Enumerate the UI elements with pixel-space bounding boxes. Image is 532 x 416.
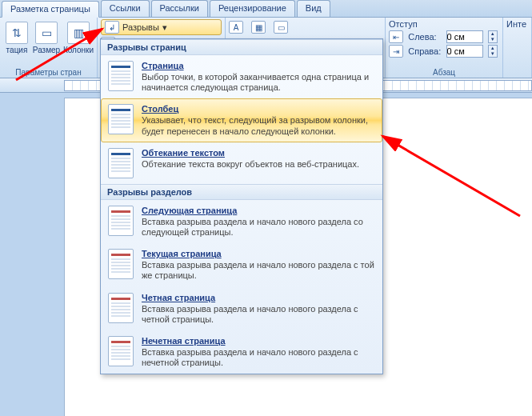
columns-button[interactable]: ▥ Колонки bbox=[62, 19, 94, 57]
indent-right-input[interactable] bbox=[446, 45, 483, 58]
orientation-label: тация bbox=[6, 46, 28, 54]
ribbon-tabs: Разметка страницы Ссылки Рассылки Реценз… bbox=[0, 0, 532, 18]
break-item-title: Обтекание текстом bbox=[142, 148, 375, 158]
page-break-icon bbox=[108, 61, 134, 91]
break-item-column[interactable]: Столбец Указывает, что текст, следующий … bbox=[101, 98, 382, 142]
break-item-desc: Вставка разрыва раздела и начало нового … bbox=[142, 347, 375, 368]
indent-left-label: Слева: bbox=[408, 32, 442, 42]
page-borders-icon[interactable]: ▭ bbox=[274, 21, 288, 34]
break-item-desc: Вставка разрыва раздела и начало нового … bbox=[142, 217, 375, 238]
break-item-title: Следующая страница bbox=[142, 206, 375, 215]
columns-label: Колонки bbox=[63, 46, 94, 54]
breaks-dropdown: Разрывы страниц Страница Выбор точки, в … bbox=[100, 38, 383, 374]
tab-page-layout[interactable]: Разметка страницы bbox=[2, 1, 99, 18]
break-item-title: Текущая страница bbox=[142, 249, 375, 258]
textwrap-break-icon bbox=[108, 148, 134, 178]
watermark-icon[interactable]: A bbox=[229, 21, 243, 34]
break-item-title: Четная страница bbox=[142, 293, 375, 302]
break-item-title: Страница bbox=[142, 61, 375, 70]
odd-page-break-icon bbox=[108, 336, 134, 366]
page-color-icon[interactable]: ▦ bbox=[251, 21, 266, 34]
break-item-desc: Вставка разрыва раздела и начало нового … bbox=[142, 304, 375, 325]
tab-mailings[interactable]: Рассылки bbox=[151, 0, 208, 17]
tab-view[interactable]: Вид bbox=[297, 0, 330, 17]
break-item-even-page[interactable]: Четная страница Вставка разрыва раздела … bbox=[101, 287, 382, 330]
size-button[interactable]: ▭ Размер bbox=[30, 19, 62, 57]
tab-review[interactable]: Рецензирование bbox=[210, 0, 295, 17]
break-item-textwrap[interactable]: Обтекание текстом Обтекание текста вокру… bbox=[101, 142, 382, 184]
break-item-next-page[interactable]: Следующая страница Вставка разрыва разде… bbox=[101, 200, 382, 243]
continuous-break-icon bbox=[108, 249, 134, 279]
orientation-icon: ⇅ bbox=[6, 22, 28, 44]
indent-header: Отступ bbox=[389, 19, 499, 29]
break-item-title: Столбец bbox=[142, 104, 375, 114]
break-item-title: Нечетная страница bbox=[142, 336, 375, 346]
break-item-continuous[interactable]: Текущая страница Вставка разрыва раздела… bbox=[101, 243, 382, 286]
break-item-desc: Вставка разрыва раздела и начало нового … bbox=[142, 260, 375, 281]
indent-left-spinner[interactable]: ▲▼ bbox=[488, 30, 498, 43]
breaks-button[interactable]: ↲ Разрывы ▾ bbox=[101, 19, 222, 35]
size-icon: ▭ bbox=[35, 22, 58, 44]
chevron-down-icon: ▾ bbox=[162, 22, 167, 33]
even-page-break-icon bbox=[108, 293, 134, 323]
indent-left-icon: ⇤ bbox=[389, 30, 403, 43]
section-header-section-breaks: Разрывы разделов bbox=[101, 184, 382, 200]
orientation-button[interactable]: ⇅ тация bbox=[3, 19, 30, 57]
section-header-page-breaks: Разрывы страниц bbox=[101, 39, 382, 55]
break-item-page[interactable]: Страница Выбор точки, в которой заканчив… bbox=[101, 55, 382, 98]
tab-references[interactable]: Ссылки bbox=[101, 0, 150, 17]
paragraph-group-label: Абзац bbox=[389, 67, 499, 78]
spacing-header: Инте bbox=[506, 19, 528, 29]
column-break-icon bbox=[108, 104, 134, 134]
break-item-odd-page[interactable]: Нечетная страница Вставка разрыва раздел… bbox=[101, 330, 382, 374]
breaks-label: Разрывы bbox=[122, 22, 159, 32]
indent-left-input[interactable] bbox=[446, 30, 483, 43]
break-item-desc: Выбор точки, в которой заканчивается одн… bbox=[142, 72, 375, 93]
indent-right-icon: ⇥ bbox=[389, 45, 403, 58]
break-item-desc: Обтекание текста вокруг объектов на веб-… bbox=[142, 159, 375, 170]
columns-icon: ▥ bbox=[67, 22, 90, 44]
indent-right-spinner[interactable]: ▲▼ bbox=[488, 45, 498, 58]
next-page-break-icon bbox=[108, 206, 134, 236]
page-setup-group-label: Параметры стран bbox=[3, 67, 94, 78]
break-item-desc: Указывает, что текст, следующий за разры… bbox=[142, 115, 375, 136]
size-label: Размер bbox=[33, 46, 60, 54]
indent-right-label: Справа: bbox=[408, 46, 442, 56]
breaks-icon: ↲ bbox=[105, 21, 119, 34]
